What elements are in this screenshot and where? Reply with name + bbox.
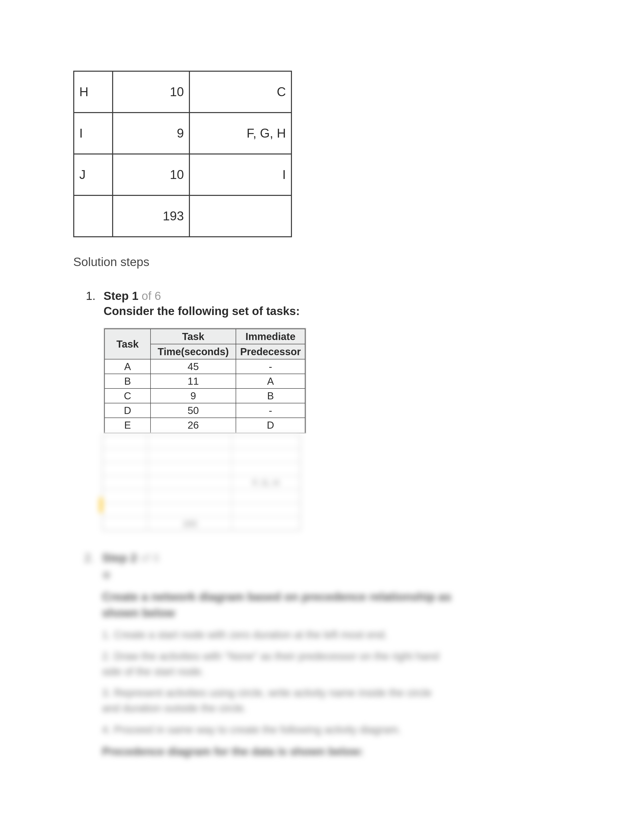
header-time-l1: Task bbox=[151, 329, 236, 344]
task-cell: B bbox=[105, 374, 151, 389]
task-cell: C bbox=[105, 389, 151, 403]
blurred-line: 3. Represent activities using circle, wr… bbox=[102, 685, 571, 716]
table-row: B 11 A bbox=[105, 374, 305, 389]
task-cell: A bbox=[105, 359, 151, 374]
table-row: D 50 - bbox=[105, 403, 305, 418]
blurred-sheet: F, G, H 193 bbox=[102, 434, 301, 531]
step-label-bold: Step 1 bbox=[103, 289, 138, 302]
table-row: H 10 C bbox=[74, 71, 291, 113]
step-label-bold: Step 2 bbox=[102, 551, 137, 564]
table-row: A 45 - bbox=[105, 359, 305, 374]
task-cell bbox=[74, 195, 113, 237]
blurred-line: 4. Proceed in same way to create the fol… bbox=[102, 722, 571, 738]
pred-cell: - bbox=[236, 359, 305, 374]
step-label-light: of 6 bbox=[137, 551, 159, 564]
task-sheet: Task Task Immediate Time(seconds) Predec… bbox=[103, 328, 306, 433]
pred-cell: C bbox=[189, 71, 291, 113]
pred-cell bbox=[189, 195, 291, 237]
step-subtitle: Consider the following set of tasks: bbox=[103, 304, 571, 318]
table-row: I 9 F, G, H bbox=[74, 113, 291, 154]
solution-steps-label: Solution steps bbox=[73, 255, 571, 269]
time-cell: 11 bbox=[151, 374, 236, 389]
table-row: C 9 B bbox=[105, 389, 305, 403]
task-cell: H bbox=[74, 71, 113, 113]
time-cell: 10 bbox=[113, 154, 189, 195]
blurred-symbol: ⊕ bbox=[102, 569, 571, 581]
pred-cell: A bbox=[236, 374, 305, 389]
pred-cell: I bbox=[189, 154, 291, 195]
pred-cell: D bbox=[236, 418, 305, 433]
task-table: H 10 C I 9 F, G, H J 10 I 193 bbox=[73, 71, 292, 237]
header-time-l2: Time(seconds) bbox=[151, 344, 236, 359]
blurred-line: 1. Create a start node with zero duratio… bbox=[102, 627, 571, 643]
task-cell: J bbox=[74, 154, 113, 195]
blurred-heading: Create a network diagram based on preced… bbox=[102, 589, 571, 621]
time-cell: 26 bbox=[151, 418, 236, 433]
blurred-line: 2. Draw the activities with "None" as th… bbox=[102, 649, 571, 680]
selection-indicator bbox=[100, 497, 103, 513]
task-cell: D bbox=[105, 403, 151, 418]
task-cell: E bbox=[105, 418, 151, 433]
time-cell: 50 bbox=[151, 403, 236, 418]
table-row: J 10 I bbox=[74, 154, 291, 195]
list-number: 2. bbox=[84, 551, 94, 564]
time-cell: 193 bbox=[113, 195, 189, 237]
pred-cell: F, G, H bbox=[189, 113, 291, 154]
time-cell: 10 bbox=[113, 71, 189, 113]
task-cell: I bbox=[74, 113, 113, 154]
blurred-bold-line: Precedence diagram for the data is shown… bbox=[102, 745, 571, 758]
step-1: 1. Step 1 of 6 Consider the following se… bbox=[103, 289, 571, 758]
blurred-content: F, G, H 193 2. Step 2 of 6 ⊕ Create a ne… bbox=[102, 434, 571, 758]
pred-cell: B bbox=[236, 389, 305, 403]
time-cell: 9 bbox=[151, 389, 236, 403]
step-title: Step 1 of 6 bbox=[103, 289, 571, 303]
time-cell: 9 bbox=[113, 113, 189, 154]
step-title: Step 2 of 6 bbox=[102, 551, 571, 564]
header-pred-l1: Immediate bbox=[236, 329, 305, 344]
list-number: 1. bbox=[86, 289, 95, 303]
pred-cell: - bbox=[236, 403, 305, 418]
header-pred-l2: Predecessor bbox=[236, 344, 305, 359]
table-row: 193 bbox=[74, 195, 291, 237]
time-cell: 45 bbox=[151, 359, 236, 374]
table-row-partial: E 26 D bbox=[105, 418, 305, 433]
step-label-light: of 6 bbox=[138, 289, 161, 302]
header-task: Task bbox=[105, 329, 151, 359]
blurred-step-2: 2. Step 2 of 6 ⊕ Create a network diagra… bbox=[102, 551, 571, 758]
document-page: H 10 C I 9 F, G, H J 10 I 193 Solution s… bbox=[0, 0, 644, 833]
